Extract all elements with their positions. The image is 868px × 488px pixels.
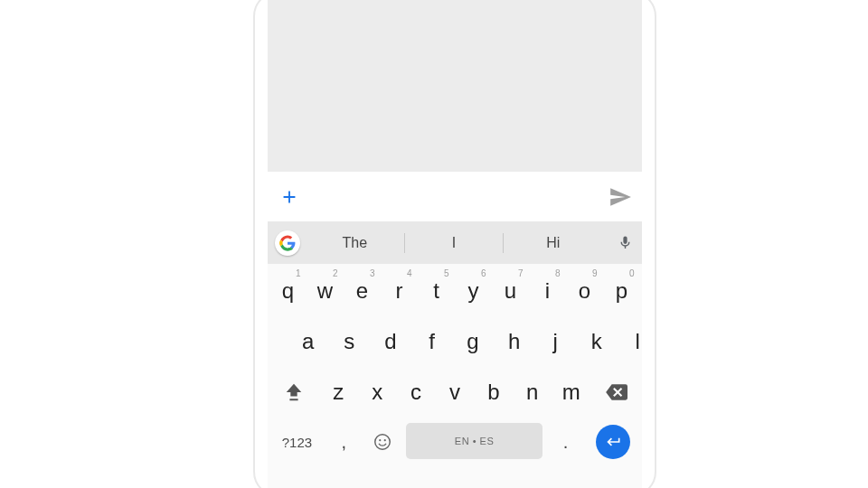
- key-g[interactable]: g: [454, 318, 493, 365]
- key-x[interactable]: x: [359, 369, 395, 416]
- google-g-icon: [279, 235, 296, 251]
- google-search-button[interactable]: [275, 230, 300, 256]
- key-z[interactable]: z: [320, 369, 356, 416]
- enter-icon: [604, 433, 622, 451]
- phone-frame: The I Hi q1 w2 e3 r4 t5 y6 u7 i8 o9 p: [253, 0, 656, 488]
- key-j[interactable]: j: [536, 318, 575, 365]
- suggestion-3[interactable]: Hi: [504, 231, 602, 255]
- key-d[interactable]: d: [372, 318, 410, 365]
- keyboard-row-2: a s d f g h j k l: [269, 316, 642, 367]
- send-button[interactable]: [599, 172, 642, 221]
- enter-key[interactable]: [587, 419, 639, 465]
- symbols-key[interactable]: ?123: [271, 419, 324, 465]
- key-a[interactable]: a: [289, 318, 328, 365]
- suggestion-2[interactable]: I: [405, 231, 504, 255]
- emoji-key[interactable]: [364, 419, 401, 465]
- key-v[interactable]: v: [437, 369, 473, 416]
- key-f[interactable]: f: [412, 318, 451, 365]
- period-key[interactable]: .: [548, 419, 584, 465]
- key-m[interactable]: m: [553, 369, 590, 416]
- key-y[interactable]: y6: [457, 267, 491, 314]
- screen: The I Hi q1 w2 e3 r4 t5 y6 u7 i8 o9 p: [268, 0, 642, 488]
- key-l[interactable]: l: [618, 318, 642, 365]
- keyboard-row-1: q1 w2 e3 r4 t5 y6 u7 i8 o9 p0: [269, 266, 640, 316]
- comma-key[interactable]: ,: [326, 419, 362, 465]
- compose-bar: [268, 172, 642, 222]
- plus-icon: [279, 187, 299, 207]
- language-space-key[interactable]: EN • ES: [406, 423, 542, 459]
- key-e[interactable]: e3: [345, 267, 380, 314]
- key-h[interactable]: h: [495, 318, 533, 365]
- key-s[interactable]: s: [330, 318, 369, 365]
- key-p[interactable]: p0: [605, 267, 639, 314]
- suggestions: The I Hi: [306, 231, 602, 255]
- emoji-icon: [373, 432, 392, 452]
- svg-point-1: [380, 439, 382, 441]
- keyboard: q1 w2 e3 r4 t5 y6 u7 i8 o9 p0 a s d f g …: [268, 264, 642, 488]
- key-c[interactable]: c: [398, 369, 434, 416]
- send-icon: [609, 185, 632, 209]
- key-w[interactable]: w2: [308, 267, 343, 314]
- voice-input-button[interactable]: [608, 221, 642, 264]
- key-r[interactable]: r4: [382, 267, 417, 314]
- key-t[interactable]: t5: [420, 267, 454, 314]
- svg-point-2: [384, 439, 386, 441]
- key-b[interactable]: b: [476, 369, 512, 416]
- key-n[interactable]: n: [514, 369, 551, 416]
- shift-key[interactable]: [271, 369, 318, 416]
- backspace-key[interactable]: [592, 369, 639, 416]
- key-q[interactable]: q1: [271, 267, 306, 314]
- keyboard-row-3: z x c v b n m: [269, 367, 640, 418]
- attach-plus-button[interactable]: [268, 172, 311, 221]
- microphone-icon: [618, 235, 633, 250]
- key-o[interactable]: o9: [568, 267, 602, 314]
- suggestion-bar: The I Hi: [268, 221, 642, 264]
- key-u[interactable]: u7: [494, 267, 528, 314]
- shift-icon: [284, 382, 304, 402]
- suggestion-1[interactable]: The: [306, 231, 404, 255]
- keyboard-row-4: ?123 , EN • ES .: [269, 418, 640, 466]
- svg-point-0: [375, 435, 391, 450]
- chat-area: [268, 0, 642, 172]
- backspace-icon: [604, 380, 627, 404]
- key-k[interactable]: k: [577, 318, 616, 365]
- key-i[interactable]: i8: [531, 267, 565, 314]
